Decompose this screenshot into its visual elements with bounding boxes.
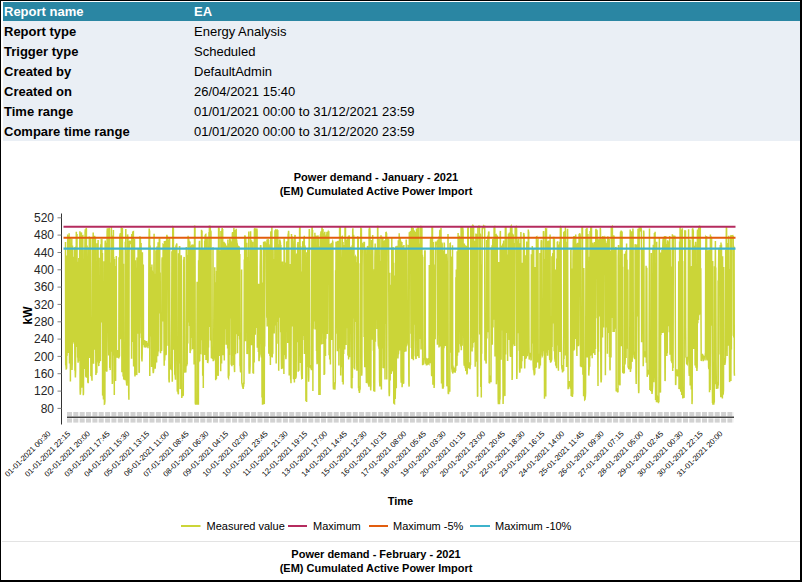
svg-text:400: 400 <box>34 263 54 277</box>
svg-text:(EM) Cumulated Active Power Im: (EM) Cumulated Active Power Import <box>280 562 473 574</box>
svg-text:440: 440 <box>34 246 54 260</box>
svg-text:520: 520 <box>34 211 54 225</box>
svg-text:320: 320 <box>34 298 54 312</box>
svg-text:Maximum -5%: Maximum -5% <box>393 520 464 532</box>
svg-text:kW: kW <box>21 306 35 325</box>
svg-text:80: 80 <box>41 402 55 416</box>
svg-text:Maximum -10%: Maximum -10% <box>495 520 572 532</box>
svg-text:120: 120 <box>34 384 54 398</box>
svg-text:Maximum: Maximum <box>313 520 361 532</box>
svg-text:160: 160 <box>34 367 54 381</box>
svg-text:480: 480 <box>34 228 54 242</box>
svg-text:(EM) Cumulated Active Power Im: (EM) Cumulated Active Power Import <box>280 185 473 197</box>
svg-text:Time: Time <box>388 495 413 507</box>
svg-text:200: 200 <box>34 350 54 364</box>
svg-text:Power demand - February - 2021: Power demand - February - 2021 <box>291 548 460 560</box>
svg-text:Power demand - January - 2021: Power demand - January - 2021 <box>294 171 458 183</box>
svg-text:240: 240 <box>34 332 54 346</box>
svg-text:Measured value: Measured value <box>207 520 285 532</box>
svg-text:280: 280 <box>34 315 54 329</box>
svg-text:360: 360 <box>34 280 54 294</box>
